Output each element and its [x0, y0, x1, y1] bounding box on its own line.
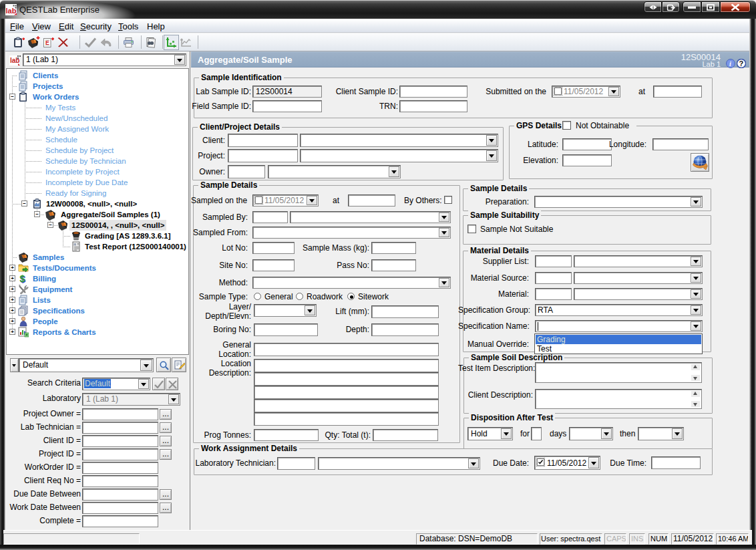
- svg-text:i: i: [729, 60, 731, 67]
- svg-text:?: ?: [739, 59, 744, 67]
- svg-text:lab: lab: [6, 7, 17, 15]
- svg-text:E: E: [45, 39, 49, 46]
